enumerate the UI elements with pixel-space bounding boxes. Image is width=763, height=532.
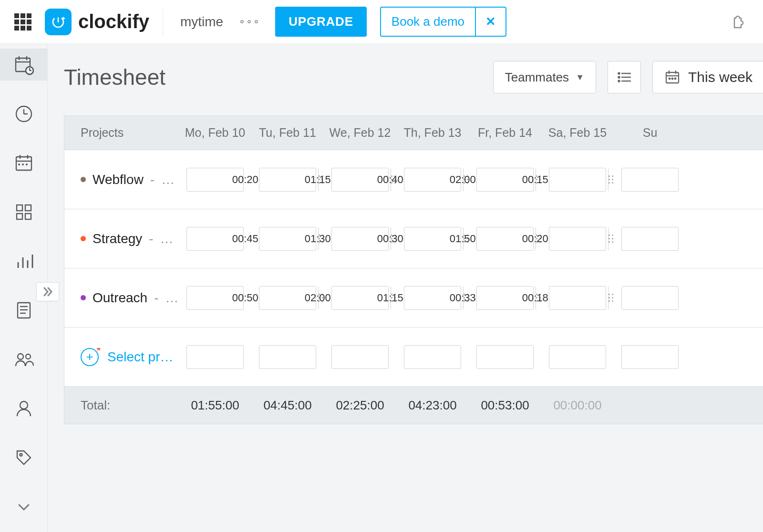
time-cell[interactable]: [259, 168, 316, 192]
teammates-filter[interactable]: Teammates ▼: [493, 61, 596, 93]
sidebar-item-more[interactable]: [0, 491, 47, 522]
column-header-day: Tu, Feb 11: [251, 126, 324, 140]
svg-point-35: [20, 401, 28, 409]
time-cell[interactable]: [186, 286, 244, 310]
more-menu-icon[interactable]: [237, 16, 262, 27]
time-cell-empty[interactable]: [404, 345, 461, 369]
timesheet-header-row: Projects Mo, Feb 10 Tu, Feb 11 We, Feb 1…: [64, 116, 763, 150]
time-cell-empty[interactable]: [331, 345, 389, 369]
sidebar-item-team[interactable]: [0, 343, 47, 375]
add-project-row: + Select pr…: [64, 327, 763, 387]
time-cell[interactable]: [476, 168, 534, 192]
time-cell[interactable]: [476, 227, 534, 251]
view-toggle-button[interactable]: [608, 61, 641, 93]
sidebar-item-clients[interactable]: [0, 392, 47, 424]
total-value: 04:23:00: [396, 398, 469, 413]
project-name: Webflow: [93, 172, 144, 187]
timesheet-table: Projects Mo, Feb 10 Tu, Feb 11 We, Feb 1…: [64, 115, 763, 424]
select-project-button[interactable]: + Select pr…: [64, 348, 179, 366]
total-value: 00:53:00: [469, 398, 541, 413]
timesheet-total-row: Total: 01:55:00 04:45:00 02:25:00 04:23:…: [64, 387, 763, 424]
time-cell[interactable]: [621, 227, 679, 251]
total-value: 01:55:00: [179, 398, 251, 413]
project-name: Strategy: [93, 231, 142, 246]
time-input[interactable]: [622, 346, 753, 368]
book-demo-label[interactable]: Book a demo: [381, 8, 476, 36]
sidebar-item-timesheet[interactable]: [0, 49, 47, 81]
svg-point-36: [20, 453, 22, 456]
time-cell-empty[interactable]: [476, 345, 534, 369]
date-range-picker[interactable]: This week: [652, 61, 763, 93]
time-input[interactable]: [622, 227, 753, 250]
svg-point-34: [26, 354, 31, 359]
sidebar-item-calendar[interactable]: [0, 147, 47, 179]
time-cell[interactable]: [259, 286, 316, 310]
time-cell[interactable]: [549, 286, 606, 310]
svg-rect-24: [25, 214, 31, 219]
project-cell[interactable]: Strategy - …: [64, 231, 179, 246]
time-cell[interactable]: [331, 168, 389, 192]
brand-logo[interactable]: clockify: [45, 9, 149, 35]
svg-point-47: [669, 78, 670, 80]
time-cell[interactable]: [549, 227, 606, 251]
time-cell[interactable]: [404, 286, 461, 310]
project-separator: -: [150, 172, 155, 187]
time-cell[interactable]: [331, 286, 389, 310]
time-cell[interactable]: [621, 286, 679, 310]
time-cell[interactable]: [621, 168, 679, 192]
workspace-name[interactable]: mytime: [180, 14, 223, 30]
calendar-icon: [664, 69, 681, 85]
svg-rect-21: [17, 205, 22, 211]
time-cell[interactable]: [186, 168, 244, 192]
time-cell[interactable]: [186, 227, 244, 251]
total-label: Total:: [64, 398, 179, 413]
svg-rect-22: [25, 205, 31, 211]
timesheet-row: Outreach - …: [64, 268, 763, 327]
time-cell[interactable]: [259, 227, 316, 251]
book-demo-button[interactable]: Book a demo ✕: [380, 7, 506, 37]
time-cell-empty[interactable]: [549, 345, 606, 369]
time-cell[interactable]: [476, 286, 534, 310]
sidebar-item-dashboard[interactable]: [0, 196, 47, 228]
timesheet-row: Webflow - …: [64, 150, 763, 209]
time-cell-empty[interactable]: [621, 345, 679, 369]
sidebar-expand-button[interactable]: [36, 282, 59, 301]
svg-point-39: [618, 77, 619, 78]
total-value: 04:45:00: [251, 398, 324, 413]
column-header-projects: Projects: [64, 126, 179, 140]
sidebar-item-tags[interactable]: [0, 441, 47, 473]
svg-rect-23: [17, 214, 22, 219]
project-color-dot: [81, 177, 86, 182]
add-project-icon: +: [81, 348, 99, 366]
time-cell-empty[interactable]: [259, 345, 316, 369]
total-value: 02:25:00: [324, 398, 396, 413]
sidebar-item-reports[interactable]: [0, 245, 47, 277]
upgrade-button[interactable]: UPGRADE: [275, 7, 367, 37]
project-cell[interactable]: Outreach - …: [64, 290, 179, 306]
app-switcher-icon[interactable]: [14, 13, 31, 31]
project-task-truncated: …: [161, 172, 175, 187]
project-name: Outreach: [93, 290, 147, 306]
time-cell[interactable]: [549, 168, 606, 192]
time-cell-empty[interactable]: [186, 345, 244, 369]
time-input[interactable]: [622, 168, 753, 191]
column-header-day: Mo, Feb 10: [179, 126, 251, 140]
project-color-dot: [81, 236, 86, 241]
column-header-day: We, Feb 12: [324, 126, 396, 140]
book-demo-close-icon[interactable]: ✕: [476, 8, 505, 36]
top-bar: clockify mytime UPGRADE Book a demo ✕: [0, 0, 763, 44]
chevron-down-icon: ▼: [576, 72, 584, 82]
time-cell[interactable]: [404, 227, 461, 251]
svg-marker-2: [62, 16, 66, 19]
time-cell[interactable]: [404, 168, 461, 192]
extensions-icon[interactable]: [730, 11, 749, 32]
timesheet-row: Strategy - …: [64, 209, 763, 268]
sidebar-item-time-tracker[interactable]: [0, 98, 47, 130]
date-range-label: This week: [688, 69, 753, 85]
svg-point-37: [618, 73, 619, 74]
total-value: 00:00:00: [541, 398, 614, 413]
time-input[interactable]: [622, 286, 753, 309]
svg-point-33: [18, 354, 23, 359]
project-cell[interactable]: Webflow - …: [64, 172, 179, 187]
time-cell[interactable]: [331, 227, 389, 251]
